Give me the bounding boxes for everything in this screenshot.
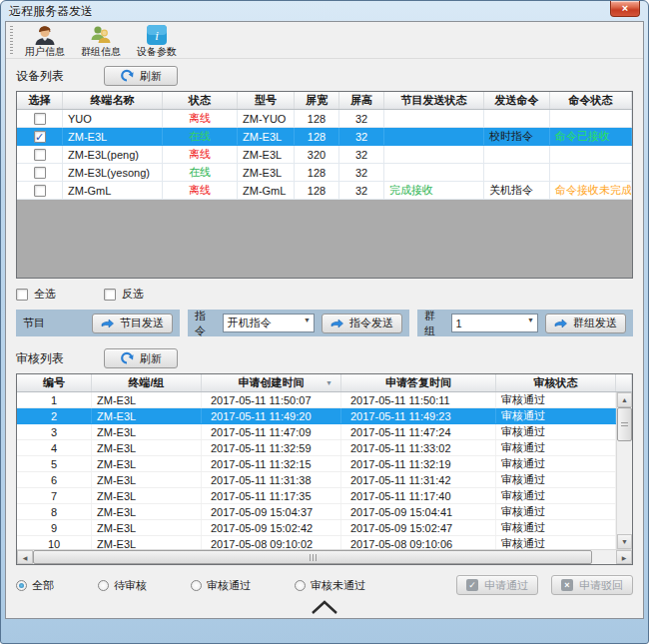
- toolbar-user-info-label: 用户信息: [25, 47, 65, 57]
- filter-radio-option[interactable]: 待审核: [98, 578, 147, 593]
- review-col-created-label: 申请创建时间: [239, 375, 305, 390]
- device-command-status: 命令已接收: [550, 128, 632, 145]
- review-col-terminal[interactable]: 终端/组: [92, 374, 202, 391]
- toolbar-group-info-button[interactable]: 群组信息: [74, 23, 128, 57]
- radio-icon[interactable]: [191, 580, 202, 591]
- command-select[interactable]: 开机指令 ▼: [223, 314, 315, 332]
- review-col-replied[interactable]: 申请答复时间: [341, 374, 496, 391]
- command-label: 指令: [195, 309, 215, 338]
- toolbar-user-info-button[interactable]: 用户信息: [18, 23, 72, 57]
- chevron-down-icon: ▼: [304, 317, 311, 323]
- review-status: 审核通过: [496, 440, 616, 455]
- close-button[interactable]: ×: [610, 1, 640, 17]
- command-send-button[interactable]: 指令发送: [322, 314, 402, 333]
- device-row[interactable]: YUO 离线 ZM-YUO 128 32: [17, 110, 632, 128]
- review-status: 审核通过: [496, 488, 616, 503]
- device-col-send-command[interactable]: 发送命令: [484, 92, 550, 109]
- vertical-scroll-track[interactable]: [617, 441, 632, 534]
- device-checkbox[interactable]: [34, 185, 46, 197]
- device-col-name[interactable]: 终端名称: [63, 92, 163, 109]
- review-status: 审核通过: [496, 456, 616, 471]
- device-table-empty-area: [17, 200, 632, 278]
- device-col-program-status[interactable]: 节目发送状态: [384, 92, 484, 109]
- review-terminal: ZM-E3L: [92, 520, 202, 535]
- device-col-screen-height[interactable]: 屏高: [339, 92, 384, 109]
- group-send-button[interactable]: 群组发送: [545, 314, 626, 333]
- radio-icon[interactable]: [16, 580, 27, 591]
- review-status: 审核通过: [496, 392, 616, 407]
- device-screen-height: 32: [339, 110, 384, 127]
- collapse-handle[interactable]: [6, 595, 643, 617]
- device-refresh-button[interactable]: 刷新: [104, 66, 178, 86]
- arrow-right-icon: [554, 319, 567, 328]
- select-all-checkbox[interactable]: [16, 289, 28, 301]
- review-terminal: ZM-E3L: [92, 472, 202, 487]
- toolbar-gripper[interactable]: [10, 26, 13, 54]
- review-terminal: ZM-E3L: [92, 424, 202, 439]
- filter-radio-option[interactable]: 审核通过: [191, 578, 251, 593]
- toolbar-device-params-button[interactable]: i 设备参数: [130, 23, 184, 57]
- reject-request-button[interactable]: × 申请驳回: [551, 575, 633, 595]
- radio-icon[interactable]: [98, 580, 109, 591]
- arrow-right-icon: [330, 319, 343, 328]
- review-col-created[interactable]: 申请创建时间 ▼: [202, 374, 341, 391]
- vertical-scrollbar[interactable]: ▲ ▼: [616, 392, 632, 549]
- invert-selection-checkbox[interactable]: [104, 289, 116, 301]
- review-col-number[interactable]: 编号: [17, 374, 92, 391]
- review-replied-time: 2017-05-11 11:32:19: [341, 456, 496, 471]
- review-created-time: 2017-05-11 11:32:59: [202, 440, 341, 455]
- device-model: ZM-E3L: [238, 146, 295, 163]
- vertical-scroll-thumb[interactable]: [617, 407, 632, 441]
- review-row[interactable]: 3 ZM-E3L 2017-05-11 11:47:09 2017-05-11 …: [17, 424, 616, 440]
- review-row[interactable]: 2 ZM-E3L 2017-05-11 11:49:20 2017-05-11 …: [17, 408, 616, 424]
- device-row[interactable]: ZM-E3L(yesong) 在线 ZM-E3L 128 32: [17, 164, 632, 182]
- approve-request-button[interactable]: ✓ 申请通过: [456, 575, 538, 595]
- device-col-screen-width[interactable]: 屏宽: [295, 92, 339, 109]
- title-bar[interactable]: 远程服务器发送 ×: [1, 1, 648, 21]
- horizontal-scrollbar[interactable]: ◀ ▶: [17, 549, 632, 564]
- check-icon: ✓: [466, 579, 478, 591]
- radio-icon[interactable]: [295, 580, 306, 591]
- device-checkbox[interactable]: [34, 113, 46, 125]
- review-row[interactable]: 9 ZM-E3L 2017-05-09 15:02:42 2017-05-09 …: [17, 520, 616, 536]
- info-icon: i: [146, 24, 168, 46]
- review-row[interactable]: 5 ZM-E3L 2017-05-11 11:32:15 2017-05-11 …: [17, 456, 616, 472]
- review-row[interactable]: 6 ZM-E3L 2017-05-11 11:31:38 2017-05-11 …: [17, 472, 616, 488]
- device-checkbox[interactable]: [34, 149, 46, 161]
- group-select[interactable]: 1 ▼: [451, 314, 538, 332]
- review-replied-time: 2017-05-11 11:49:23: [341, 408, 496, 423]
- scroll-left-icon[interactable]: ◀: [17, 550, 33, 564]
- device-col-model[interactable]: 型号: [238, 92, 295, 109]
- filter-radio-option[interactable]: 审核未通过: [295, 578, 365, 593]
- device-checkbox[interactable]: [34, 131, 46, 143]
- group-icon: [89, 24, 113, 46]
- device-checkbox[interactable]: [34, 167, 46, 179]
- device-col-command-status[interactable]: 命令状态: [550, 92, 632, 109]
- device-col-select[interactable]: 选择: [17, 92, 63, 109]
- scroll-down-icon[interactable]: ▼: [617, 534, 632, 549]
- review-row[interactable]: 1 ZM-E3L 2017-05-11 11:50:07 2017-05-11 …: [17, 392, 616, 408]
- filter-radio-option[interactable]: 全部: [16, 578, 54, 593]
- device-row[interactable]: ZM-E3L 在线 ZM-E3L 128 32 校时指令 命令已接收: [17, 128, 632, 146]
- review-refresh-button[interactable]: 刷新: [104, 348, 178, 368]
- sort-desc-icon[interactable]: ▼: [325, 379, 332, 386]
- review-number: 1: [17, 392, 92, 407]
- review-col-status[interactable]: 审核状态: [496, 374, 616, 391]
- review-row[interactable]: 8 ZM-E3L 2017-05-09 15:04:37 2017-05-09 …: [17, 504, 616, 520]
- program-send-button[interactable]: 节目发送: [92, 314, 173, 333]
- review-row[interactable]: 7 ZM-E3L 2017-05-11 11:17:35 2017-05-11 …: [17, 488, 616, 504]
- review-row[interactable]: 4 ZM-E3L 2017-05-11 11:32:59 2017-05-11 …: [17, 440, 616, 456]
- filter-option-label: 审核未通过: [311, 578, 365, 593]
- review-list-title: 审核列表: [16, 350, 78, 367]
- svg-text:i: i: [155, 28, 159, 43]
- device-row[interactable]: ZM-GmL 离线 ZM-GmL 128 32 完成接收 关机指令 命令接收未完…: [17, 182, 632, 200]
- device-col-status[interactable]: 状态: [163, 92, 238, 109]
- chevron-up-icon: [311, 600, 338, 617]
- device-send-command: 关机指令: [484, 182, 550, 199]
- device-row[interactable]: ZM-E3L(peng) 离线 ZM-E3L 320 32: [17, 146, 632, 164]
- horizontal-scroll-track[interactable]: [592, 550, 616, 564]
- scroll-right-icon[interactable]: ▶: [616, 550, 632, 564]
- scroll-up-icon[interactable]: ▲: [617, 392, 632, 407]
- horizontal-scroll-thumb[interactable]: [33, 550, 592, 564]
- device-name: ZM-E3L(yesong): [63, 164, 163, 181]
